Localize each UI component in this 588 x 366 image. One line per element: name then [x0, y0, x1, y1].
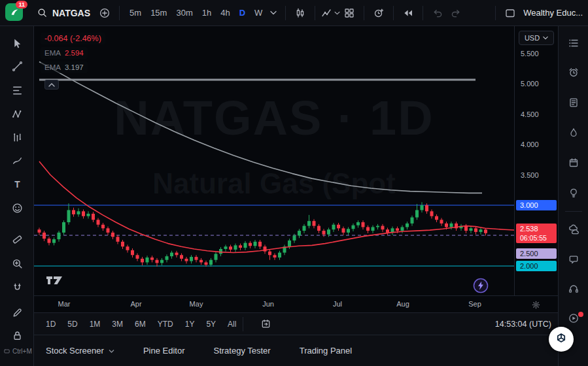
timeframe-w[interactable]: W	[250, 5, 267, 20]
alerts-button[interactable]	[564, 63, 583, 82]
symbol-search[interactable]: NATGAS	[31, 7, 95, 18]
emoji-tool[interactable]	[7, 197, 27, 218]
fib-retracement-icon	[11, 84, 24, 97]
tab-strategy-tester[interactable]: Strategy Tester	[213, 346, 270, 356]
timeframe-30m[interactable]: 30m	[171, 5, 197, 20]
time-axis[interactable]: MarAprMayJunJulAugSep	[34, 295, 558, 312]
emoji-icon	[11, 202, 24, 214]
cursor-tool[interactable]	[7, 33, 27, 54]
toolbar-divider	[315, 6, 315, 20]
keyboard-icon	[3, 348, 10, 355]
magnet-tool[interactable]	[7, 277, 27, 298]
private-chat-button[interactable]	[564, 250, 583, 269]
timeframe-15m[interactable]: 15m	[146, 5, 171, 20]
hotlists-button[interactable]	[564, 123, 583, 142]
fib-retracement-tool[interactable]	[7, 80, 27, 101]
chart-settings-gear[interactable]	[529, 298, 542, 311]
watchlist-button[interactable]	[564, 33, 583, 53]
zoom-tool[interactable]	[7, 253, 27, 274]
support-button[interactable]	[564, 279, 583, 299]
timeframe-menu-button[interactable]	[267, 4, 280, 22]
tab-stock-screener[interactable]: Stock Screener	[46, 346, 114, 356]
svg-text:T: T	[14, 180, 20, 190]
save-layout-button[interactable]	[501, 4, 519, 22]
notification-badge: 11	[16, 1, 27, 8]
utc-clock[interactable]: 14:53:04 (UTC)	[495, 320, 551, 329]
bar-replay-button[interactable]	[399, 4, 417, 22]
measure-tool[interactable]	[7, 229, 27, 250]
redo-button[interactable]	[447, 4, 465, 22]
timeframe-d[interactable]: D	[235, 5, 250, 20]
chart-pane[interactable]: NATGAS · 1D Natural Gas (Spot -0.064 (-2…	[34, 26, 514, 295]
watchlist-icon	[568, 37, 579, 49]
chart-legend: -0.064 (-2.46%) EMA 2.594 EMA 3.197	[41, 33, 105, 76]
indicator-legend-ema-slow[interactable]: EMA 3.197	[41, 61, 88, 73]
account-logo[interactable]: 11	[5, 3, 25, 23]
lightning-badge-icon	[473, 278, 489, 293]
price-tick: 5.000	[521, 79, 539, 88]
alarm-clock-icon	[568, 67, 579, 78]
toolbar-divider	[423, 6, 423, 20]
chart-bubble-logo[interactable]	[473, 278, 489, 295]
candlestick-chart[interactable]	[34, 26, 514, 295]
compare-add-button[interactable]	[95, 4, 114, 22]
headset-icon	[568, 283, 579, 295]
news-button[interactable]	[564, 93, 583, 112]
topbar-right-group: Wealthy Educ...	[490, 4, 583, 22]
go-to-date-button[interactable]	[256, 315, 275, 333]
range-ytd[interactable]: YTD	[156, 318, 175, 331]
edit-tool[interactable]	[7, 302, 27, 323]
calendar-button[interactable]	[564, 153, 583, 173]
time-axis-label-mar: Mar	[58, 300, 71, 308]
layout-grid-button[interactable]	[340, 4, 358, 22]
range-5d[interactable]: 5D	[66, 318, 78, 331]
time-axis-label-aug: Aug	[396, 300, 409, 308]
range-1d[interactable]: 1D	[44, 318, 57, 331]
timeframe-1h[interactable]: 1h	[198, 5, 216, 20]
brush-icon	[11, 155, 24, 167]
tab-trading-panel[interactable]: Trading Panel	[300, 346, 352, 356]
indicators-button[interactable]	[320, 4, 340, 22]
magnet-icon	[11, 282, 24, 294]
chart-style-button[interactable]	[291, 4, 309, 22]
range-6m[interactable]: 6M	[133, 318, 147, 331]
range-5y[interactable]: 5Y	[205, 318, 217, 331]
grid-layout-icon	[343, 7, 355, 19]
range-1y[interactable]: 1Y	[184, 318, 196, 331]
price-tick: 4.000	[521, 140, 539, 149]
price-axis[interactable]: USD 5.5005.0004.5004.0003.5003.0002.5380…	[514, 26, 558, 295]
lock-drawings-tool[interactable]	[7, 325, 27, 346]
drawing-toolbar: T Ctrl+M	[0, 26, 34, 366]
public-chat-button[interactable]	[564, 220, 583, 240]
pane-collapse-button[interactable]	[44, 80, 59, 90]
timeframe-5m[interactable]: 5m	[125, 5, 146, 20]
currency-select[interactable]: USD	[519, 31, 554, 45]
timeframe-4h[interactable]: 4h	[216, 5, 234, 20]
account-name[interactable]: Wealthy Educ...	[523, 8, 583, 18]
undo-button[interactable]	[428, 4, 447, 22]
brush-tool[interactable]	[7, 150, 27, 171]
time-axis-label-sep: Sep	[468, 300, 481, 308]
gear-icon	[531, 300, 541, 310]
xabcd-pattern-tool[interactable]	[7, 103, 27, 124]
redo-icon	[450, 7, 462, 19]
range-1m[interactable]: 1M	[88, 318, 102, 331]
text-tool[interactable]: T	[7, 174, 27, 195]
plus-circle-icon	[99, 7, 111, 19]
assistant-button[interactable]	[549, 327, 574, 352]
tradingview-logo[interactable]	[46, 276, 63, 288]
ideas-button[interactable]	[564, 183, 583, 203]
text-icon: T	[11, 178, 24, 191]
range-all[interactable]: All	[226, 318, 237, 331]
range-3m[interactable]: 3M	[111, 318, 124, 331]
tab-pine-editor[interactable]: Pine Editor	[143, 346, 185, 356]
assistant-knot-icon	[553, 331, 569, 347]
chat-bubble-icon	[568, 254, 579, 265]
indicator-legend-ema-fast[interactable]: EMA 2.594	[41, 47, 88, 59]
price-change: -0.064 (-2.46%)	[44, 34, 101, 43]
projection-tool[interactable]	[7, 127, 27, 148]
trend-line-tool[interactable]	[7, 56, 27, 76]
flame-icon	[568, 127, 579, 139]
create-alert-button[interactable]	[370, 4, 388, 22]
price-badge-2.538: 2.53806:05:55	[516, 224, 557, 243]
